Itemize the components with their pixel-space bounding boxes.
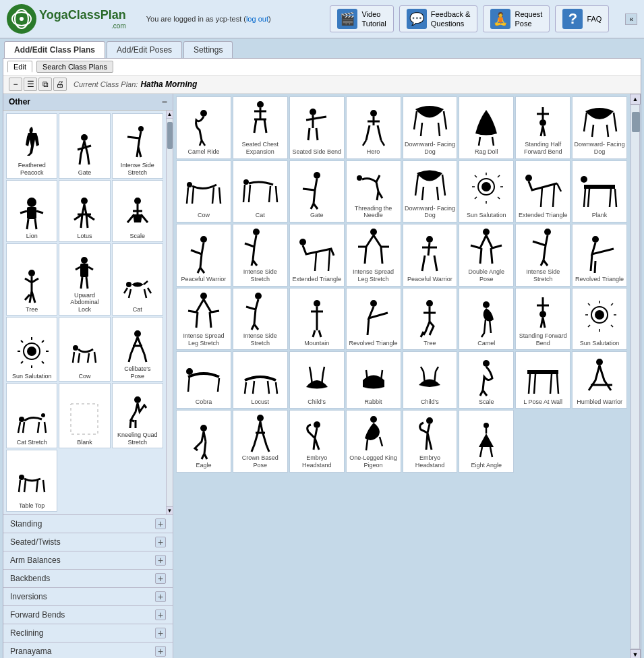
list-item[interactable]: Intense SideStretch xyxy=(112,113,163,179)
list-item[interactable]: Cow xyxy=(176,160,231,223)
list-item[interactable]: Cat xyxy=(233,160,288,223)
list-item[interactable]: Plank xyxy=(572,160,627,223)
list-item[interactable]: Seated Side Bend xyxy=(289,96,345,159)
list-item[interactable]: FeatheredPeacock xyxy=(6,113,57,179)
scroll-thumb[interactable] xyxy=(167,122,173,149)
list-item[interactable]: Intense Side Stretch xyxy=(515,224,570,287)
list-item[interactable]: Extended Triangle xyxy=(289,224,345,287)
list-item[interactable]: Revolved Triangle xyxy=(572,224,627,287)
list-item[interactable]: Hero xyxy=(346,96,401,159)
right-scrollbar[interactable]: ▲ ▼ xyxy=(630,94,641,658)
list-item[interactable]: Humbled Warrior xyxy=(572,351,627,409)
list-item[interactable]: Sun Salutation xyxy=(459,160,514,223)
list-item[interactable]: Double Angle Pose xyxy=(459,224,514,287)
list-item[interactable]: Standing Forward Bend xyxy=(515,288,570,351)
list-item[interactable]: Intense Spread Leg Stretch xyxy=(176,288,231,351)
edit-btn[interactable]: Edit xyxy=(7,61,32,73)
list-item[interactable]: Eight Angle xyxy=(459,410,514,473)
list-item[interactable]: Extended Triangle xyxy=(515,160,570,223)
list-item[interactable]: Eagle xyxy=(176,410,231,473)
minus-icon-btn[interactable]: − xyxy=(9,78,22,91)
expand-arm-balances-btn[interactable]: + xyxy=(155,555,166,566)
list-item[interactable]: Celibate'sPose xyxy=(112,317,163,382)
list-item[interactable]: Scale xyxy=(459,351,514,409)
list-item[interactable]: Revolved Triangle xyxy=(346,288,401,351)
expand-reclining-btn[interactable]: + xyxy=(155,628,166,638)
list-item[interactable]: Tree xyxy=(403,288,458,351)
category-item-inversions[interactable]: Inversions + xyxy=(3,587,173,605)
scroll-down-arrow[interactable]: ▼ xyxy=(167,506,173,514)
request-pose-btn[interactable]: 🧘 RequestPose xyxy=(483,5,550,32)
expand-standing-btn[interactable]: + xyxy=(155,518,166,529)
logout-link[interactable]: log out xyxy=(246,15,268,23)
list-item[interactable]: Sun Salutation xyxy=(6,317,57,382)
list-item[interactable]: Cat xyxy=(112,243,163,316)
list-item[interactable]: Blank xyxy=(59,383,110,448)
list-item[interactable]: One-Legged King Pigeon xyxy=(346,410,401,473)
expand-pranayama-btn[interactable]: + xyxy=(155,646,166,657)
faq-btn[interactable]: ? FAQ xyxy=(555,5,609,32)
collapse-category-btn[interactable]: − xyxy=(162,96,167,107)
list-item[interactable]: Crown Based Pose xyxy=(233,410,288,473)
list-item[interactable]: Cobra xyxy=(176,351,231,409)
list-item[interactable]: Child's xyxy=(289,351,345,409)
scroll-up-btn[interactable]: ▲ xyxy=(630,94,641,104)
expand-seated-twists-btn[interactable]: + xyxy=(155,537,166,547)
category-item-forward-bends[interactable]: Forward Bends + xyxy=(3,605,173,624)
list-item[interactable]: Camel Ride xyxy=(176,96,231,159)
list-item[interactable]: Downward- Facing Dog xyxy=(572,96,627,159)
list-item[interactable]: Standing Half Forward Bend xyxy=(515,96,570,159)
tab-add-edit-class[interactable]: Add/Edit Class Plans xyxy=(4,41,105,58)
tab-add-edit-poses[interactable]: Add/Edit Poses xyxy=(107,41,182,58)
category-item-pranayama[interactable]: Pranayama + xyxy=(3,642,173,658)
tab-settings[interactable]: Settings xyxy=(183,41,233,58)
expand-backbends-btn[interactable]: + xyxy=(155,573,166,584)
list-item[interactable]: Cat Stretch xyxy=(6,383,57,448)
scroll-down-btn[interactable]: ▼ xyxy=(630,649,641,658)
copy-icon-btn[interactable]: ⧉ xyxy=(38,78,52,91)
list-item[interactable]: Threading the Needle xyxy=(346,160,401,223)
scroll-thumb[interactable] xyxy=(632,112,640,132)
list-item[interactable]: Peaceful Warrior xyxy=(403,224,458,287)
list-item[interactable]: Embryo Headstand xyxy=(403,410,458,473)
list-icon-btn[interactable]: ☰ xyxy=(24,78,37,91)
list-item[interactable]: Cow xyxy=(59,317,110,382)
list-item[interactable]: Lotus xyxy=(59,180,110,242)
list-item[interactable]: Downward- Facing Dog xyxy=(403,96,458,159)
category-item-backbends[interactable]: Backbends + xyxy=(3,569,173,587)
list-item[interactable]: Downward- Facing Dog xyxy=(403,160,458,223)
expand-inversions-btn[interactable]: + xyxy=(155,591,166,602)
scroll-up-arrow[interactable]: ▲ xyxy=(167,111,173,119)
category-item-reclining[interactable]: Reclining + xyxy=(3,624,173,642)
list-item[interactable]: Scale xyxy=(112,180,163,242)
list-item[interactable]: Child's xyxy=(403,351,458,409)
list-item[interactable]: Peaceful Warrior xyxy=(176,224,231,287)
category-item-seated-twists[interactable]: Seated/Twists + xyxy=(3,533,173,551)
scroll-track[interactable] xyxy=(631,104,640,649)
list-item[interactable]: Sun Salutation xyxy=(572,288,627,351)
category-item-arm-balances[interactable]: Arm Balances + xyxy=(3,551,173,569)
list-item[interactable]: Seated Chest Expansion xyxy=(233,96,288,159)
list-item[interactable]: L Pose At Wall xyxy=(515,351,570,409)
video-tutorial-btn[interactable]: 🎬 VideoTutorial xyxy=(330,5,393,32)
list-item[interactable]: Tree xyxy=(6,243,57,316)
list-item[interactable]: Embryo Headstand xyxy=(289,410,345,473)
list-item[interactable]: Camel xyxy=(459,288,514,351)
list-item[interactable]: Intense Side Stretch xyxy=(233,288,288,351)
list-item[interactable]: UpwardAbdominalLock xyxy=(59,243,110,316)
list-item[interactable]: Intense Spread Leg Stretch xyxy=(346,224,401,287)
collapse-btn[interactable]: « xyxy=(625,13,637,25)
list-item[interactable]: Kneeling QuadStretch xyxy=(112,383,163,448)
left-scrollbar[interactable]: ▲ ▼ xyxy=(166,111,173,514)
list-item[interactable]: Rabbit xyxy=(346,351,401,409)
print-icon-btn[interactable]: 🖨 xyxy=(53,78,67,91)
list-item[interactable]: Lion xyxy=(6,180,57,242)
list-item[interactable]: Gate xyxy=(59,113,110,179)
list-item[interactable]: Locust xyxy=(233,351,288,409)
list-item[interactable]: Intense Side Stretch xyxy=(233,224,288,287)
category-item-standing[interactable]: Standing + xyxy=(3,514,173,533)
expand-forward-bends-btn[interactable]: + xyxy=(155,609,166,620)
list-item[interactable]: Table Top xyxy=(6,450,57,512)
list-item[interactable]: Gate xyxy=(289,160,345,223)
search-class-plans-btn[interactable]: Search Class Plans xyxy=(36,61,113,73)
